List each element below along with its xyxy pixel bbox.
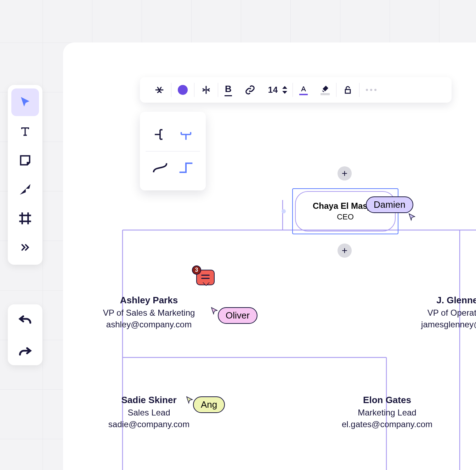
cursor-icon [19, 96, 32, 109]
collaborator-name: Ang [193, 396, 225, 413]
step-icon [178, 161, 194, 174]
color-swatch-icon [178, 85, 188, 95]
comment-thread[interactable]: 3 [196, 270, 215, 285]
link-icon [245, 85, 255, 95]
bold-icon: B [225, 84, 232, 96]
line-style-button[interactable] [148, 77, 171, 103]
node-role: VP of Operations [403, 307, 476, 319]
line-style-popover [140, 112, 206, 190]
text-color-button[interactable] [293, 77, 314, 103]
frame-icon [18, 211, 32, 225]
branch-top-icon [179, 127, 193, 142]
comment-icon [201, 275, 210, 280]
collaborator-cursor-ang: Ang [185, 396, 225, 413]
node-email: ashley@company.com [77, 319, 221, 330]
comment-count-badge: 3 [192, 265, 201, 275]
workspace[interactable]: Chaya El Masjar CEO + + Ashley Parks VP … [63, 42, 476, 470]
node-role: CEO [337, 212, 354, 222]
text-tool[interactable] [11, 118, 39, 145]
node-email: jamesglenney@com [403, 319, 476, 330]
node-email: sadie@company.com [77, 419, 221, 430]
node-name: Ashley Parks [77, 295, 221, 306]
align-center-icon [201, 85, 211, 95]
node-name: J. Glenney [403, 295, 476, 306]
line-style-left-branch[interactable] [147, 120, 173, 150]
branch-left-icon [153, 127, 167, 142]
node-email: el.gates@company.com [323, 419, 451, 430]
text-color-icon [299, 85, 308, 95]
org-node-marketing-lead[interactable]: Elon Gates Marketing Lead el.gates@compa… [323, 395, 451, 430]
sticky-note-icon [18, 154, 32, 167]
more-tools[interactable] [11, 234, 39, 261]
line-cross-icon [154, 85, 165, 95]
font-size-value: 14 [265, 85, 281, 95]
highlight-button[interactable] [314, 77, 336, 103]
node-role: Marketing Lead [323, 407, 451, 418]
org-node-vp-sales[interactable]: Ashley Parks VP of Sales & Marketing ash… [77, 295, 221, 330]
redo-button[interactable] [17, 343, 33, 359]
add-node-bottom[interactable]: + [338, 243, 352, 258]
line-style-curved[interactable] [147, 153, 173, 183]
line-style-stepped[interactable] [173, 153, 199, 183]
undo-button[interactable] [17, 311, 33, 327]
align-button[interactable] [194, 77, 218, 103]
select-tool[interactable] [11, 88, 39, 116]
arrow-icon [18, 182, 32, 196]
cursor-pointer-icon [185, 396, 194, 405]
frame-tool[interactable] [11, 205, 39, 232]
curve-icon [152, 161, 168, 174]
chevron-down-icon [282, 90, 288, 94]
redo-icon [17, 343, 33, 359]
bold-button[interactable]: B [218, 77, 238, 103]
more-options-button[interactable] [359, 77, 383, 103]
format-toolbar: B 14 [140, 77, 452, 103]
cursor-pointer-icon [210, 307, 219, 315]
highlight-icon [321, 85, 330, 95]
cursor-pointer-icon [408, 213, 416, 222]
add-node-top[interactable]: + [338, 166, 352, 180]
font-size-display: 14 [262, 77, 282, 103]
collaborator-name: Oliver [218, 307, 257, 324]
chevron-up-icon [282, 85, 288, 90]
fill-color-button[interactable] [171, 77, 194, 103]
node-name: Elon Gates [323, 395, 451, 406]
lock-button[interactable] [336, 77, 359, 103]
chevron-double-right-icon [20, 242, 30, 253]
text-icon [18, 125, 32, 138]
line-style-top-branch[interactable] [173, 120, 199, 150]
org-node-vp-ops[interactable]: J. Glenney VP of Operations jamesglenney… [403, 295, 476, 330]
collaborator-cursor-oliver: Oliver [210, 307, 257, 324]
font-size-stepper[interactable] [282, 77, 293, 103]
history-panel [8, 304, 42, 365]
more-icon [366, 89, 376, 91]
unlock-icon [343, 85, 353, 95]
collaborator-name: Damien [366, 196, 413, 213]
undo-icon [17, 311, 33, 327]
sticky-note-tool[interactable] [11, 147, 39, 174]
arrow-tool[interactable] [11, 176, 39, 203]
node-role: VP of Sales & Marketing [77, 307, 221, 319]
tool-palette [8, 85, 42, 265]
selection-handle-left[interactable] [282, 209, 286, 213]
link-button[interactable] [238, 77, 262, 103]
collaborator-cursor-damien: Damien [366, 196, 413, 213]
